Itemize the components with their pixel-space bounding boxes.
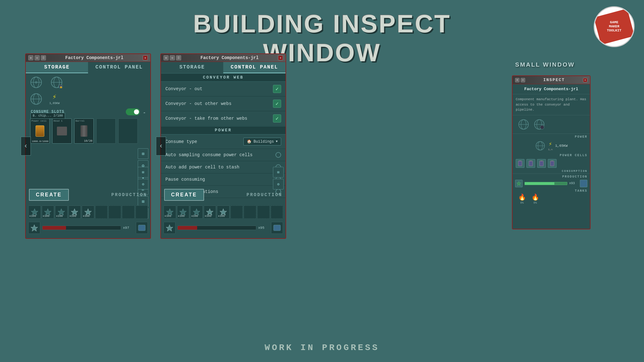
small-slot-7-mid[interactable] bbox=[244, 206, 256, 219]
small-slot-4-left[interactable]: x100 bbox=[69, 206, 81, 219]
svg-rect-18 bbox=[138, 225, 145, 231]
small-slot-7-left[interactable] bbox=[108, 206, 121, 219]
item-slot-head[interactable]: Head 1 bbox=[52, 118, 72, 144]
nav-arrow-left-left[interactable]: ‹ bbox=[21, 137, 31, 156]
window-mid-titlebar: ⊞ ⊟ ☰ Factory Components-jrl ✕ bbox=[161, 54, 286, 62]
small-prod-icon-right bbox=[580, 180, 587, 187]
svg-point-32 bbox=[540, 125, 544, 129]
small-tanks-row: 🔥 0% 🔥 0% bbox=[513, 193, 590, 208]
small-slot-9-mid[interactable] bbox=[271, 206, 283, 219]
svg-rect-25 bbox=[274, 225, 280, 231]
small-slot-4-mid[interactable]: x100 bbox=[204, 206, 216, 219]
progress-icon-right-mid[interactable] bbox=[271, 222, 283, 234]
flame-icon-1: 🔥 bbox=[518, 195, 526, 201]
consume-type-dropdown[interactable]: 🏠 Buildings ▼ bbox=[243, 138, 281, 145]
progress-count-left: x97 bbox=[123, 226, 134, 230]
tab-control-mid[interactable]: CONTROL PANEL bbox=[223, 62, 286, 73]
small-power-row: ⚡ 1,n 1,65KW bbox=[513, 139, 590, 153]
win-ctrl-mid-2[interactable]: ⊟ bbox=[170, 55, 175, 60]
tank-pct-2: 0% bbox=[534, 201, 537, 205]
globe-icon-2: 🔒 bbox=[49, 75, 64, 89]
conveyor-out-row: Conveyor - out ✓ bbox=[161, 82, 286, 96]
create-button-left[interactable]: CREATE bbox=[29, 189, 69, 201]
side-action-1-left[interactable]: ⊞ bbox=[138, 167, 148, 178]
progress-icon-left-mid[interactable] bbox=[164, 222, 175, 234]
auto-add-label: Auto add power cell to stash bbox=[165, 165, 272, 170]
win-ctrl-1[interactable]: ⊞ bbox=[28, 55, 33, 60]
barrel-icon bbox=[80, 125, 87, 137]
small-window-label: SMALL WINDOW bbox=[515, 61, 575, 68]
win-ctrl-mid-1[interactable]: ⊞ bbox=[164, 55, 169, 60]
small-slot-6-mid[interactable] bbox=[230, 206, 243, 219]
inspect-label: INSPECT bbox=[525, 78, 583, 82]
win-ctrl-2[interactable]: ⊟ bbox=[35, 55, 40, 60]
window-small-close[interactable]: ✕ bbox=[583, 78, 587, 82]
progress-bar-row-left: x97 bbox=[26, 221, 150, 235]
side-action-1-mid[interactable]: ⊞ bbox=[273, 167, 284, 178]
small-consumption-label: CONSUMPTION bbox=[513, 170, 590, 173]
small-prod-bar-bg bbox=[525, 182, 567, 185]
small-globe-power bbox=[535, 140, 546, 151]
win-ctrl-3[interactable]: ☰ bbox=[41, 55, 46, 60]
item-slot-empty-2[interactable] bbox=[118, 118, 138, 144]
action-btn-1-left[interactable]: ⊞ bbox=[138, 148, 148, 159]
win-ctrl-small-2[interactable]: ⊟ bbox=[521, 78, 525, 82]
svg-marker-44 bbox=[517, 181, 521, 186]
win-ctrl-mid-3[interactable]: ☰ bbox=[176, 55, 181, 60]
small-globe-icons bbox=[513, 115, 590, 134]
svg-point-3 bbox=[35, 81, 37, 84]
small-slot-3-mid[interactable]: x100 bbox=[190, 206, 203, 219]
tab-storage-left[interactable]: STORAGE bbox=[26, 62, 88, 73]
item-slot-empty-1[interactable] bbox=[96, 118, 116, 144]
svg-rect-36 bbox=[518, 161, 522, 166]
consume-type-label: Consume type bbox=[165, 139, 240, 144]
window-mid-title: Factory Components-jrl bbox=[181, 55, 278, 60]
window-left-title: Factory Components-jrl bbox=[46, 55, 143, 60]
auto-sample-radio[interactable] bbox=[275, 152, 281, 158]
small-slot-5-left[interactable]: x100 bbox=[82, 206, 94, 219]
conveyor-out-check[interactable]: ✓ bbox=[273, 85, 281, 93]
small-slot-5-mid[interactable]: x100 bbox=[217, 206, 230, 219]
small-slot-1-mid[interactable]: x100 bbox=[164, 206, 176, 219]
power-cell-icon bbox=[36, 125, 44, 137]
small-prod-icon-left bbox=[515, 180, 523, 187]
svg-marker-19 bbox=[166, 209, 173, 215]
bottom-slots-row-mid: x100 x100 x100 x100 x100 bbox=[161, 206, 286, 219]
lightning-icon-left: ⚡ bbox=[53, 93, 57, 101]
work-in-progress-label: WORK IN PROGRESS bbox=[265, 343, 380, 353]
window-left-close[interactable]: ✕ bbox=[143, 55, 148, 60]
nav-arrow-left-mid[interactable]: ‹ bbox=[156, 137, 166, 156]
svg-rect-38 bbox=[529, 161, 533, 166]
progress-bar-row-mid: x95 bbox=[161, 221, 286, 235]
window-mid-close[interactable]: ✕ bbox=[278, 55, 283, 60]
item-slot-powercell[interactable]: Power cell 1000.0/1000 B. chip... 2/100 bbox=[30, 118, 50, 144]
create-button-mid[interactable]: CREATE bbox=[164, 189, 204, 201]
toggle-row-left: ☁ bbox=[123, 107, 148, 117]
auto-add-row: Auto add power cell to stash bbox=[161, 161, 286, 173]
tab-storage-mid[interactable]: STORAGE bbox=[161, 62, 223, 73]
progress-icon-left[interactable] bbox=[28, 222, 40, 234]
conveyor-out-other-row: Conveyor - out other webs ✓ bbox=[161, 96, 286, 111]
small-production-bar: x93 bbox=[513, 178, 590, 189]
tab-control-left[interactable]: CONTROL PANEL bbox=[88, 62, 150, 73]
small-slot-3-left[interactable]: x100 bbox=[55, 206, 68, 219]
window-mid-tabs: STORAGE CONTROL PANEL bbox=[161, 62, 286, 73]
toggle-switch-left[interactable] bbox=[126, 108, 140, 115]
conveyor-take-check[interactable]: ✓ bbox=[273, 114, 281, 123]
small-slot-2-mid[interactable]: x100 bbox=[177, 206, 190, 219]
item-slot-barrel[interactable]: Barrel 10/20 bbox=[74, 118, 94, 144]
small-slot-8-left[interactable] bbox=[122, 206, 135, 219]
progress-icon-right-left[interactable] bbox=[136, 222, 148, 234]
cell-icon-4 bbox=[548, 159, 557, 168]
small-slot-1-left[interactable]: x100 bbox=[28, 206, 41, 219]
small-slot-8-mid[interactable] bbox=[257, 206, 270, 219]
svg-rect-42 bbox=[550, 161, 554, 166]
window-small-titlebar: ⊞ ⊟ INSPECT ✕ bbox=[513, 76, 590, 84]
small-slot-9-left[interactable] bbox=[136, 206, 148, 219]
small-slot-2-left[interactable]: x100 bbox=[42, 206, 54, 219]
small-slot-6-left[interactable] bbox=[95, 206, 108, 219]
win-ctrl-small-1[interactable]: ⊞ bbox=[515, 78, 519, 82]
production-label-left: PRODUCTION bbox=[111, 192, 147, 197]
conveyor-out-other-check[interactable]: ✓ bbox=[273, 100, 281, 108]
pause-label: Pause consuming bbox=[165, 177, 272, 182]
